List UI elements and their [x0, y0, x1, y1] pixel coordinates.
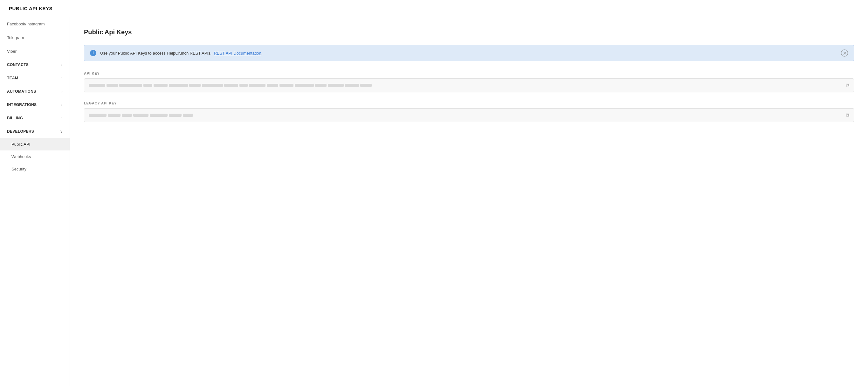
chevron-down-icon: ∨ — [60, 130, 63, 134]
key-block — [295, 84, 314, 87]
sidebar-item-label: INTEGRATIONS — [7, 103, 37, 107]
sidebar-item-developers[interactable]: DEVELOPERS ∨ — [0, 125, 70, 138]
page-header: PUBLIC API KEYS — [0, 0, 868, 17]
key-block — [119, 84, 142, 87]
key-block — [345, 84, 359, 87]
sidebar-item-label: DEVELOPERS — [7, 129, 34, 134]
blurred-key-blocks — [89, 84, 842, 87]
blurred-legacy-key-blocks — [89, 114, 842, 117]
api-key-value — [89, 84, 842, 87]
key-block — [360, 84, 372, 87]
legacy-api-key-label: LEGACY API KEY — [84, 101, 854, 105]
key-block — [183, 114, 193, 117]
key-block — [133, 114, 149, 117]
sidebar-sub-item-label: Public API — [11, 142, 30, 147]
sidebar-item-billing[interactable]: BILLING › — [0, 111, 70, 125]
sidebar-item-team[interactable]: TEAM › — [0, 71, 70, 85]
sidebar-item-label: Telegram — [7, 35, 24, 40]
rest-api-docs-link[interactable]: REST API Documentation — [214, 51, 261, 56]
key-block — [240, 84, 248, 87]
page-title: PUBLIC API KEYS — [9, 6, 859, 11]
copy-api-key-button[interactable]: ⧉ — [846, 82, 849, 88]
info-banner: i Use your Public API Keys to access Hel… — [84, 45, 854, 61]
legacy-api-key-section: LEGACY API KEY ⧉ — [84, 101, 854, 122]
key-block — [108, 114, 121, 117]
key-block — [328, 84, 344, 87]
legacy-api-key-value — [89, 114, 842, 117]
key-block — [150, 114, 167, 117]
sidebar-item-security[interactable]: Security — [0, 163, 70, 175]
close-banner-button[interactable]: ✕ — [841, 49, 848, 57]
sidebar-item-telegram[interactable]: Telegram — [0, 31, 70, 44]
key-block — [189, 84, 200, 87]
info-banner-left: i Use your Public API Keys to access Hel… — [90, 50, 262, 56]
sidebar-item-label: CONTACTS — [7, 63, 29, 67]
sidebar-item-integrations[interactable]: INTEGRATIONS › — [0, 98, 70, 111]
sidebar-item-contacts[interactable]: CONTACTS › — [0, 58, 70, 71]
main-content: Public Api Keys i Use your Public API Ke… — [70, 17, 868, 386]
key-block — [144, 84, 152, 87]
sidebar-item-facebook-instagram[interactable]: Facebook/Instagram — [0, 17, 70, 31]
api-key-field: ⧉ — [84, 78, 854, 92]
key-block — [169, 114, 182, 117]
key-block — [279, 84, 293, 87]
chevron-right-icon: › — [61, 116, 63, 120]
sidebar-item-label: AUTOMATIONS — [7, 89, 36, 94]
sidebar-item-label: Facebook/Instagram — [7, 22, 45, 26]
key-block — [224, 84, 238, 87]
key-block — [267, 84, 278, 87]
chevron-right-icon: › — [61, 76, 63, 80]
key-block — [249, 84, 266, 87]
sidebar-item-label: TEAM — [7, 76, 18, 80]
key-block — [202, 84, 223, 87]
sidebar: Facebook/Instagram Telegram Viber CONTAC… — [0, 17, 70, 386]
sidebar-item-label: BILLING — [7, 116, 23, 120]
sidebar-item-webhooks[interactable]: Webhooks — [0, 150, 70, 163]
sidebar-item-viber[interactable]: Viber — [0, 44, 70, 58]
sidebar-sub-item-label: Webhooks — [11, 154, 31, 159]
key-block — [89, 84, 105, 87]
key-block — [106, 84, 118, 87]
key-block — [154, 84, 167, 87]
legacy-api-key-field: ⧉ — [84, 108, 854, 122]
sidebar-item-public-api[interactable]: Public API — [0, 138, 70, 150]
api-key-label: API KEY — [84, 71, 854, 75]
key-block — [89, 114, 106, 117]
api-key-section: API KEY — [84, 71, 854, 92]
key-block — [122, 114, 132, 117]
chevron-right-icon: › — [61, 63, 63, 67]
sidebar-item-label: Viber — [7, 49, 17, 54]
key-block — [169, 84, 188, 87]
info-icon: i — [90, 50, 96, 56]
key-block — [315, 84, 327, 87]
sidebar-sub-item-label: Security — [11, 167, 26, 171]
info-banner-text: Use your Public API Keys to access HelpC… — [100, 51, 262, 56]
sidebar-item-automations[interactable]: AUTOMATIONS › — [0, 85, 70, 98]
main-section-title: Public Api Keys — [84, 29, 854, 36]
chevron-right-icon: › — [61, 90, 63, 93]
main-layout: Facebook/Instagram Telegram Viber CONTAC… — [0, 17, 868, 386]
copy-legacy-api-key-button[interactable]: ⧉ — [846, 112, 849, 118]
close-icon: ✕ — [843, 50, 847, 56]
chevron-right-icon: › — [61, 103, 63, 107]
